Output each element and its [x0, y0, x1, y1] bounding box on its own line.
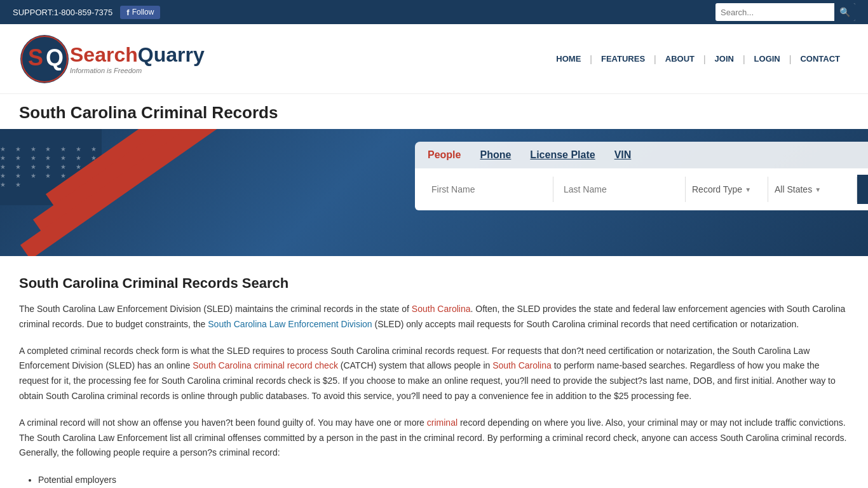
paragraph-1: The South Carolina Law Enforcement Divis…: [19, 302, 849, 332]
top-bar: SUPPORT:1-800-859-7375 f Follow 🔍: [0, 0, 868, 24]
search-widget: People Phone License Plate VIN Record Ty…: [415, 142, 868, 210]
nav-features[interactable]: FEATURES: [592, 54, 654, 64]
all-states-arrow-icon: ▼: [815, 186, 821, 193]
fb-follow-label: Follow: [132, 8, 154, 17]
logo-brand: SearchQuarry: [70, 43, 205, 67]
paragraph-2: A completed criminal records check form …: [19, 344, 849, 404]
last-name-input[interactable]: [553, 177, 686, 202]
svg-text:Q: Q: [46, 44, 64, 71]
all-states-dropdown[interactable]: All States ▼: [768, 177, 857, 202]
logo-brand-part2: Quarry: [138, 43, 205, 66]
link-south-carolina-1[interactable]: South Carolina: [412, 304, 471, 314]
nav-login[interactable]: LOGIN: [745, 54, 789, 64]
content-area: South Carolina Criminal Records Search T…: [0, 256, 868, 488]
logo-brand-part1: Search: [70, 43, 138, 66]
nav-contact[interactable]: CONTACT: [791, 54, 849, 64]
content-title: South Carolina Criminal Records Search: [19, 275, 849, 292]
page-title: South Carolina Criminal Records: [19, 103, 849, 123]
nav-home[interactable]: HOME: [547, 54, 590, 64]
logo-icon: S Q: [19, 34, 70, 85]
tab-license-plate[interactable]: License Plate: [530, 148, 595, 162]
link-south-carolina-2[interactable]: South Carolina: [492, 360, 552, 370]
nav-menu: HOME | FEATURES | ABOUT | JOIN | LOGIN |…: [547, 54, 849, 64]
nav-join[interactable]: JOIN: [706, 54, 743, 64]
nav-about[interactable]: ABOUT: [656, 54, 703, 64]
banner: ★ ★ ★ ★ ★ ★ ★ ★ ★ ★ ★ ★ ★ ★ ★ ★ ★ ★ ★ ★ …: [0, 129, 868, 256]
flag-stripe-2: [33, 129, 241, 234]
record-type-dropdown[interactable]: Record Type ▼: [686, 177, 768, 202]
record-type-arrow-icon: ▼: [745, 186, 751, 193]
flag-decor: ★ ★ ★ ★ ★ ★ ★ ★ ★ ★ ★ ★ ★ ★ ★ ★ ★ ★ ★ ★ …: [0, 129, 241, 256]
logo-text-area: SearchQuarry Information is Freedom: [70, 43, 205, 74]
paragraph-3: A criminal record will not show an offen…: [19, 416, 849, 461]
top-bar-left: SUPPORT:1-800-859-7375 f Follow: [13, 6, 160, 19]
fb-icon: f: [126, 8, 129, 17]
search-tabs: People Phone License Plate VIN: [415, 142, 868, 168]
top-search-input[interactable]: [715, 8, 834, 17]
top-search-bar: 🔍: [715, 3, 855, 21]
header: S Q SearchQuarry Information is Freedom …: [0, 24, 868, 94]
top-search-button[interactable]: 🔍: [834, 3, 855, 21]
search-button[interactable]: SEARCH: [857, 175, 868, 204]
para1-text1: The South Carolina Law Enforcement Divis…: [19, 304, 412, 314]
fb-follow-button[interactable]: f Follow: [120, 6, 160, 19]
flag-stars: ★ ★ ★ ★ ★ ★ ★ ★ ★ ★ ★ ★ ★ ★ ★ ★ ★ ★ ★ ★ …: [0, 129, 102, 205]
flag-stripe-3: [20, 129, 239, 256]
tab-phone[interactable]: Phone: [480, 148, 511, 162]
page-title-area: South Carolina Criminal Records: [0, 94, 868, 129]
para3-text1: A criminal record will not show an offen…: [19, 417, 427, 428]
para2-text2: (CATCH) system that allows people in: [338, 360, 492, 370]
tab-vin[interactable]: VIN: [614, 148, 632, 162]
requirements-list: Potential employers: [38, 472, 849, 488]
search-form: Record Type ▼ All States ▼ SEARCH: [415, 168, 868, 210]
link-criminal[interactable]: criminal: [427, 417, 458, 428]
all-states-label: All States: [775, 184, 812, 194]
link-sled[interactable]: South Carolina Law Enforcement Division: [208, 319, 372, 329]
svg-text:S: S: [28, 44, 43, 71]
para1-text3: (SLED) only accepts mail requests for So…: [372, 319, 799, 329]
first-name-input[interactable]: [421, 177, 553, 202]
link-sc-criminal-record-check[interactable]: South Carolina criminal record check: [193, 360, 338, 370]
list-item-1: Potential employers: [38, 472, 849, 488]
logo-area: S Q SearchQuarry Information is Freedom: [19, 34, 205, 85]
record-type-label: Record Type: [692, 184, 742, 194]
tab-people[interactable]: People: [428, 148, 461, 162]
flag-stripe-1: [46, 129, 241, 208]
magnifier-icon: 🔍: [839, 7, 850, 17]
logo-tagline: Information is Freedom: [70, 67, 205, 74]
support-phone: SUPPORT:1-800-859-7375: [13, 8, 112, 17]
